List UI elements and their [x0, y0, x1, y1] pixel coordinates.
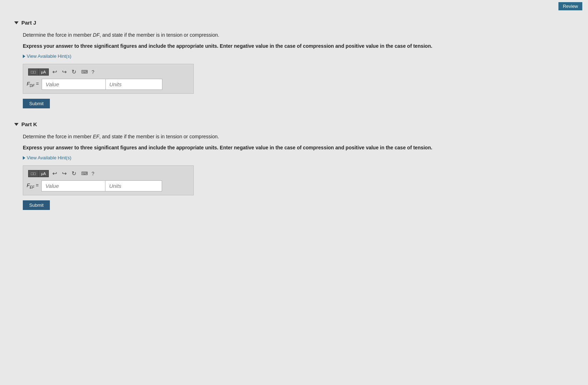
- hint-arrow-j: [23, 55, 25, 58]
- answer-box-j: □□ μA ↩ ↪ ↻ ⌨ ? FDF =: [23, 64, 194, 94]
- hint-text-k: View Available Hint(s): [27, 155, 71, 160]
- part-j-description: Determine the force in member DF, and st…: [23, 31, 574, 39]
- input-row-j: FDF =: [27, 79, 190, 90]
- part-k-description: Determine the force in member EF, and st…: [23, 133, 574, 140]
- format-btn-group-j: □□ μA: [28, 68, 49, 76]
- hint-arrow-k: [23, 156, 25, 160]
- part-k-instruction: Express your answer to three significant…: [23, 144, 574, 152]
- submit-btn-j[interactable]: Submit: [23, 99, 50, 108]
- refresh-btn-k[interactable]: ↻: [70, 169, 78, 178]
- part-k-header: Part K: [14, 121, 574, 127]
- undo-btn-k[interactable]: ↩: [51, 169, 58, 178]
- answer-box-k: □□ μA ↩ ↪ ↻ ⌨ ? FEF =: [23, 165, 194, 195]
- review-button[interactable]: Review: [558, 2, 582, 10]
- format-btn2-j[interactable]: μA: [38, 69, 48, 75]
- part-k-title: Part K: [21, 121, 37, 127]
- part-j-header: Part J: [14, 20, 574, 26]
- format-btn2-k[interactable]: μA: [38, 170, 48, 177]
- value-input-j[interactable]: [42, 79, 106, 90]
- format-btn-group-k: □□ μA: [28, 170, 49, 177]
- help-btn-k[interactable]: ?: [92, 171, 94, 176]
- units-input-k[interactable]: [105, 180, 162, 191]
- kbd-btn-j[interactable]: ⌨: [80, 68, 89, 75]
- collapse-arrow-j[interactable]: [14, 21, 19, 24]
- help-btn-j[interactable]: ?: [92, 69, 94, 75]
- refresh-btn-j[interactable]: ↻: [70, 68, 78, 76]
- part-j-instruction: Express your answer to three significant…: [23, 42, 574, 50]
- kbd-btn-k[interactable]: ⌨: [80, 170, 89, 177]
- equation-label-k: FEF =: [27, 183, 38, 189]
- submit-btn-k[interactable]: Submit: [23, 200, 50, 210]
- part-j-section: Part J Determine the force in member DF,…: [14, 20, 574, 108]
- input-row-k: FEF =: [27, 180, 190, 191]
- undo-btn-j[interactable]: ↩: [51, 68, 58, 76]
- part-k-section: Part K Determine the force in member EF,…: [14, 121, 574, 210]
- hint-link-j[interactable]: View Available Hint(s): [23, 53, 574, 59]
- value-input-k[interactable]: [41, 180, 105, 191]
- units-input-j[interactable]: [105, 79, 162, 90]
- part-j-body: Determine the force in member DF, and st…: [14, 31, 574, 108]
- format-btn1-k[interactable]: □□: [28, 170, 38, 177]
- part-j-title: Part J: [21, 20, 36, 26]
- toolbar-j: □□ μA ↩ ↪ ↻ ⌨ ?: [27, 68, 190, 76]
- format-btn1-j[interactable]: □□: [28, 69, 38, 75]
- redo-btn-j[interactable]: ↪: [61, 68, 68, 76]
- redo-btn-k[interactable]: ↪: [61, 169, 68, 178]
- toolbar-k: □□ μA ↩ ↪ ↻ ⌨ ?: [27, 169, 190, 178]
- collapse-arrow-k[interactable]: [14, 123, 19, 126]
- equation-label-j: FDF =: [27, 81, 39, 88]
- hint-link-k[interactable]: View Available Hint(s): [23, 155, 574, 160]
- part-k-body: Determine the force in member EF, and st…: [14, 133, 574, 210]
- hint-text-j: View Available Hint(s): [27, 53, 71, 59]
